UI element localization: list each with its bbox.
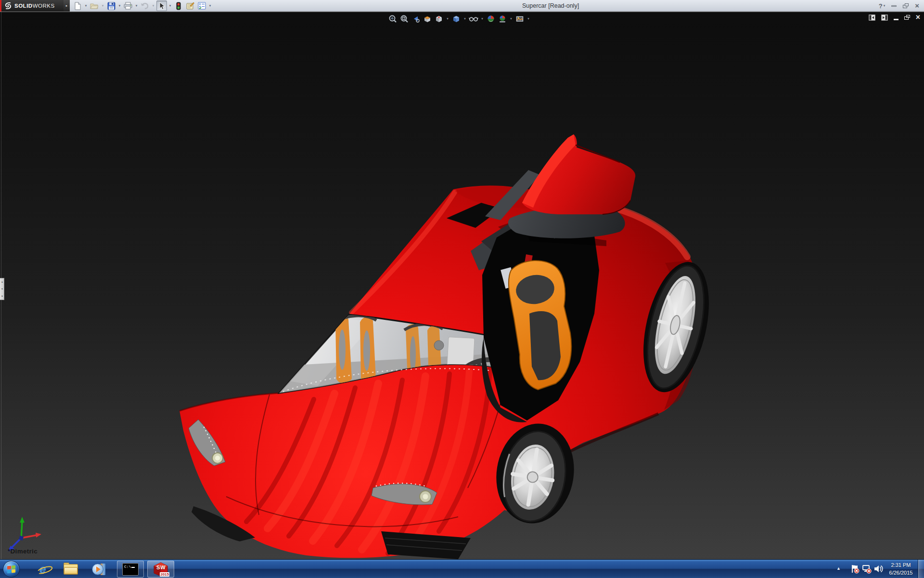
restore-button[interactable] [903, 3, 909, 8]
window-title: Supercar [Read-only] [522, 2, 579, 9]
new-document-icon [74, 2, 81, 10]
options-checklist-icon [198, 2, 206, 10]
collapse-arrow-icon: ◂ [1, 295, 3, 297]
clock-date: 6/26/2015 [887, 569, 915, 577]
print-button[interactable] [123, 0, 133, 11]
section-view-button[interactable] [423, 14, 432, 24]
pane-toggle-left-button[interactable] [869, 14, 875, 21]
open-button[interactable] [89, 0, 100, 11]
close-button[interactable]: × [915, 2, 919, 9]
previous-view-icon [411, 14, 420, 23]
display-style-button[interactable] [451, 14, 461, 24]
display-style-icon [452, 14, 461, 23]
tray-expand-button[interactable]: ▲ [836, 566, 841, 571]
start-button[interactable] [3, 561, 20, 578]
window-controls: ? ▾ × [879, 0, 919, 12]
select-cursor-icon [158, 2, 165, 10]
apply-scene-icon [498, 14, 507, 23]
apply-scene-caret[interactable]: ▾ [509, 17, 513, 21]
zoom-to-fit-icon [388, 14, 397, 23]
undo-icon [141, 2, 149, 10]
zoom-to-area-button[interactable] [399, 14, 409, 24]
flyout-arrow-icon: ▸ [66, 4, 68, 8]
action-center-flag-icon[interactable] [849, 564, 860, 574]
undo-caret[interactable]: ▾ [151, 4, 155, 8]
collapse-arrow-icon: ◂ [1, 281, 3, 283]
hide-show-items-caret[interactable]: ▾ [480, 17, 484, 21]
design-binder-button[interactable] [185, 0, 195, 11]
options-checklist-button[interactable] [196, 0, 207, 11]
select-caret[interactable]: ▾ [168, 4, 172, 8]
view-settings-icon [515, 14, 524, 23]
taskbar-internet-explorer[interactable]: e [35, 562, 51, 577]
open-caret[interactable]: ▾ [101, 4, 105, 8]
help-button[interactable]: ? ▾ [879, 2, 885, 10]
new-document-button[interactable] [72, 0, 83, 11]
featuremanager-collapsed-tab[interactable]: ◂ ◂ ◂ [0, 278, 4, 300]
edit-appearance-button[interactable] [486, 14, 496, 24]
print-caret[interactable]: ▾ [134, 4, 139, 8]
wordmark-bold: SOLID [14, 3, 33, 9]
taskbar-solidworks[interactable]: SW 2015 [147, 561, 174, 578]
show-desktop-button[interactable] [918, 560, 924, 578]
zoom-to-area-icon [400, 14, 409, 23]
section-view-icon [423, 14, 432, 23]
view-orientation-button[interactable] [434, 14, 444, 24]
view-orientation-icon [435, 14, 443, 23]
view-settings-button[interactable] [515, 14, 525, 24]
solidworks-logo: SOLIDWORKS [0, 0, 64, 12]
zoom-to-fit-button[interactable] [388, 14, 398, 24]
display-style-caret[interactable]: ▾ [463, 17, 467, 21]
design-binder-icon [186, 2, 194, 10]
folder-icon [64, 564, 78, 575]
print-icon [124, 2, 132, 10]
internet-explorer-icon: e [39, 563, 46, 576]
taskbar: e C:\ SW 2015 [0, 559, 924, 578]
view-settings-caret[interactable]: ▾ [526, 17, 530, 21]
apply-scene-button[interactable] [498, 14, 507, 24]
titlebar: SOLIDWORKS ▸ ▾ ▾ [0, 0, 924, 12]
logo-red-stripe [0, 0, 1, 12]
media-player-icon [92, 563, 105, 576]
interference-stoplight-button[interactable] [173, 0, 184, 11]
collapse-arrow-icon: ◂ [1, 288, 3, 290]
volume-icon[interactable] [873, 564, 884, 574]
menu-flyout-button[interactable]: ▸ [64, 0, 70, 12]
undo-button[interactable] [140, 0, 150, 11]
pane-toggle-left-icon [869, 14, 875, 21]
wordmark-light: WORKS [33, 3, 55, 9]
doc-minimize-icon [894, 19, 898, 20]
view-orientation-caret[interactable]: ▾ [446, 17, 449, 21]
stoplight-icon [176, 2, 181, 10]
edit-appearance-icon [487, 14, 495, 23]
doc-restore-button[interactable] [904, 15, 910, 20]
sw-letters: SW [156, 565, 166, 570]
taskbar-clock[interactable]: 2:31 PM 6/26/2015 [887, 561, 915, 577]
hide-show-items-button[interactable] [469, 14, 478, 24]
solidworks-wordmark: SOLIDWORKS [14, 3, 55, 9]
pane-toggle-right-button[interactable] [881, 14, 888, 21]
save-icon [107, 2, 116, 10]
new-document-caret[interactable]: ▾ [84, 4, 88, 8]
options-caret[interactable]: ▾ [208, 4, 212, 8]
taskbar-media-player[interactable] [90, 562, 107, 577]
help-caret[interactable]: ▾ [884, 4, 886, 8]
solidworks-app-icon: SW 2015 [153, 562, 168, 577]
doc-close-icon: × [916, 14, 920, 21]
select-button[interactable] [156, 0, 167, 11]
graphics-viewport[interactable]: ▾ ▾ ▾ [0, 12, 924, 559]
open-icon [90, 2, 99, 10]
minimize-button[interactable] [891, 5, 897, 7]
doc-minimize-button[interactable] [894, 15, 898, 20]
previous-view-button[interactable] [411, 14, 421, 24]
taskbar-windows-explorer[interactable] [63, 562, 79, 577]
hide-show-items-icon [469, 14, 478, 23]
doc-close-button[interactable]: × [916, 14, 920, 21]
save-button[interactable] [106, 0, 116, 11]
car-model [0, 12, 924, 560]
network-status-icon[interactable] [861, 564, 872, 574]
save-caret[interactable]: ▾ [117, 4, 122, 8]
document-window-controls: × [869, 14, 920, 21]
windows-flag-icon [7, 565, 16, 573]
taskbar-command-prompt[interactable]: C:\ [117, 561, 144, 578]
